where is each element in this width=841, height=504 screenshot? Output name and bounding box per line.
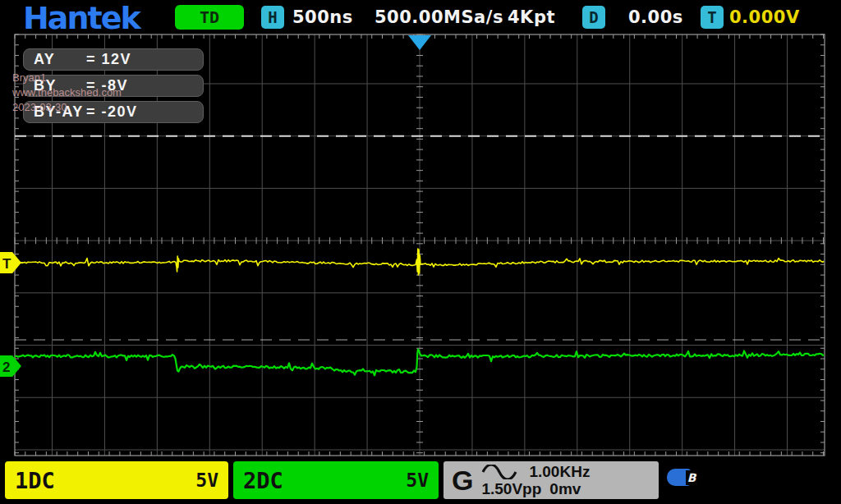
ch1-status-box[interactable]: 1DC 5V [5,461,228,499]
ch1-trace [15,249,824,275]
sine-wave-icon [481,465,517,479]
generator-amplitude-value: 1.50Vpp [481,480,541,497]
waveform-traces [15,249,824,375]
ch2-scale-value: 5V [406,470,429,491]
cursor-a-value: = 12V [86,51,131,68]
trigger-position-marker[interactable] [408,35,431,50]
watermark-date: 2023-03-30 [12,100,122,115]
watermark-username: Bryan1 [12,71,122,85]
generator-frequency-value: 1.00KHz [529,463,590,480]
generator-label: G [452,465,473,497]
ch1-trigger-level-marker-label: T [2,256,11,272]
ch2-position-marker-label: 2 [2,360,10,375]
watermark-site: www.thebackshed.com [12,85,122,100]
oscilloscope-screen: Hantek TD H 500ns 500.00MSa/s 4Kpt D 0.0… [0,0,841,504]
watermark: Bryan1 www.thebackshed.com 2023-03-30 [12,71,122,115]
generator-status-box[interactable]: G 1.00KHz 1.50Vpp 0mv [443,461,659,499]
ch1-coupling-label: 1DC [15,468,55,493]
ch1-scale-value: 5V [195,470,218,491]
usb-device-indicator: B [667,469,697,486]
ch2-coupling-label: 2DC [243,468,283,493]
usb-indicator-label: B [686,470,697,485]
ch2-status-box[interactable]: 2DC 5V [233,461,439,499]
ch2-trace [15,350,824,376]
cursor-a-readout: AY = 12V [23,48,204,71]
cursor-a-label: AY [34,51,86,68]
generator-offset-value: 0mv [549,480,581,497]
